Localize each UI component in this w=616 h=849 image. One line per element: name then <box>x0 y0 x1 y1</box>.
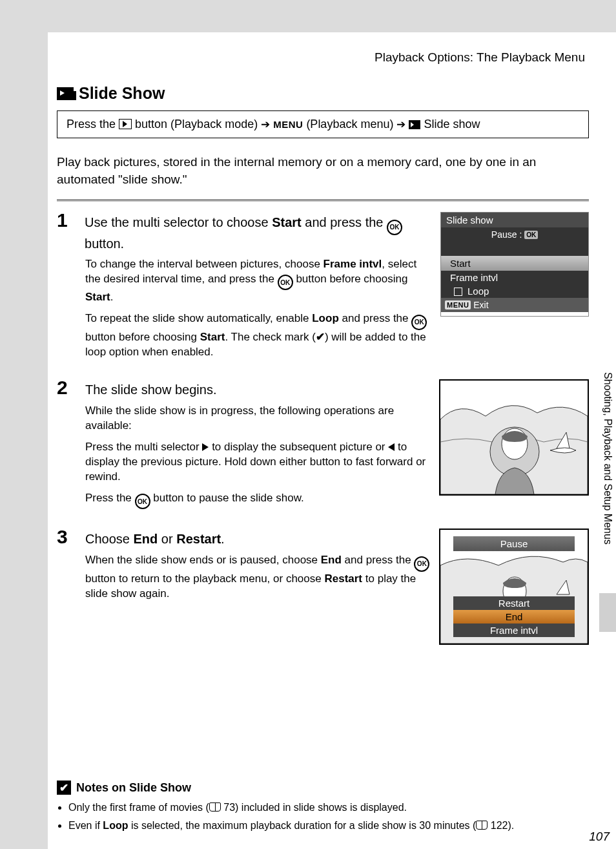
path-text: button (Playback mode) <box>135 118 261 131</box>
step-2: 2 The slide show begins. While the slide… <box>57 377 589 516</box>
book-icon <box>209 802 221 812</box>
intro-text: Play back pictures, stored in the intern… <box>57 154 589 188</box>
menu-item-end: End <box>453 610 575 624</box>
ok-icon: OK <box>135 494 150 509</box>
slideshow-small-icon <box>409 120 420 129</box>
menu-item-frame: Frame intvl <box>453 624 575 637</box>
step-3: 3 Choose End or Restart. When the slide … <box>57 526 589 645</box>
side-tab-marker <box>599 593 616 632</box>
camera-menu-screenshot: Slide show Pause : OK Start Frame intvl … <box>440 212 589 317</box>
path-text: (Playback menu) <box>306 118 396 131</box>
menu-item-start: Start <box>441 256 588 271</box>
navigation-path: Press the button (Playback mode) ➔ MENU … <box>57 110 589 138</box>
checkbox-icon <box>454 288 462 296</box>
menu-title: Slide show <box>441 213 588 227</box>
path-text: Slide show <box>424 118 480 131</box>
content: Playback Options: The Playback Menu Slid… <box>48 50 616 833</box>
ok-icon: OK <box>387 220 402 235</box>
step-number: 3 <box>57 526 75 548</box>
menu-tag: MENU <box>445 300 471 309</box>
step-left: 1 Use the multi selector to choose Start… <box>57 209 433 366</box>
menu-pause-hint: Pause : OK <box>441 227 588 242</box>
playback-icon <box>119 119 132 129</box>
step-left: 2 The slide show begins. While the slide… <box>57 377 431 516</box>
arrow-icon: ➔ <box>396 118 406 131</box>
ok-tag: OK <box>524 231 538 239</box>
slideshow-icon <box>57 87 74 100</box>
header-section: Playback Options: The Playback Menu <box>57 50 589 65</box>
menu-item-frame: Frame intvl <box>441 271 588 284</box>
step-1: 1 Use the multi selector to choose Start… <box>57 209 589 366</box>
sample-photo-illustration <box>439 379 589 496</box>
side-tab-label: Shooting, Playback and Setup Menus <box>601 368 616 549</box>
ok-icon: OK <box>414 556 429 572</box>
page: Playback Options: The Playback Menu Slid… <box>48 32 616 849</box>
pause-title: Pause <box>453 536 575 551</box>
book-icon <box>476 821 488 830</box>
step-title: Choose End or Restart. <box>85 530 225 547</box>
menu-footer: MENU Exit <box>441 298 588 312</box>
step-number: 1 <box>57 209 74 231</box>
page-title: Slide Show <box>79 84 165 103</box>
check-icon: ✔ <box>316 331 325 343</box>
note-item: Only the first frame of movies ( 73) inc… <box>68 800 589 815</box>
page-number: 107 <box>589 830 610 844</box>
path-text: Press the <box>67 118 119 131</box>
right-arrow-icon <box>202 443 209 451</box>
menu-item-loop: Loop <box>441 284 588 298</box>
left-arrow-icon <box>388 443 395 451</box>
ok-icon: OK <box>278 275 293 290</box>
notes-icon: ✔ <box>57 781 71 795</box>
note-item: Even if Loop is selected, the maximum pl… <box>68 818 589 833</box>
step-number: 2 <box>57 377 75 399</box>
step-body: When the slide show ends or is paused, c… <box>85 553 431 602</box>
notes-section: ✔ Notes on Slide Show Only the first fra… <box>57 781 589 833</box>
arrow-icon: ➔ <box>261 118 270 131</box>
menu-gap <box>441 242 588 256</box>
step-title: The slide show begins. <box>85 381 216 398</box>
pause-menu-screenshot: Pause Restart End Frame intvl <box>439 529 589 645</box>
pause-menu: Restart End Frame intvl <box>453 596 575 637</box>
menu-label: MENU <box>273 119 303 130</box>
title-row: Slide Show <box>57 84 589 103</box>
ok-icon: OK <box>411 315 427 330</box>
step-body: While the slide show is in progress, the… <box>85 404 431 509</box>
step-title: Use the multi selector to choose Start a… <box>85 214 433 252</box>
step-body: To change the interval between pictures,… <box>85 257 433 360</box>
divider <box>57 200 589 202</box>
menu-item-restart: Restart <box>453 596 575 610</box>
step-left: 3 Choose End or Restart. When the slide … <box>57 526 431 645</box>
notes-title: Notes on Slide Show <box>76 781 191 795</box>
